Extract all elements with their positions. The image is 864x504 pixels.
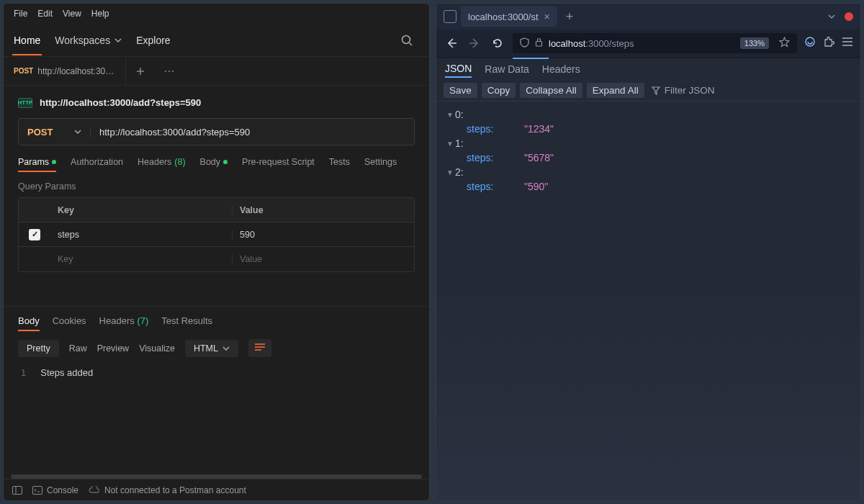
response-view-row: Pretty Raw Preview Visualize HTML	[18, 330, 415, 364]
nav-explore[interactable]: Explore	[136, 35, 170, 46]
json-node[interactable]: ▼2:	[446, 165, 850, 179]
wrap-lines-button[interactable]	[248, 339, 271, 357]
postman-statusbar: Console Not connected to a Postman accou…	[4, 479, 429, 500]
json-body[interactable]: ▼0: steps:"1234" ▼1: steps:"5678" ▼2: st…	[436, 102, 860, 500]
param-key-input[interactable]: steps	[50, 230, 233, 240]
param-key-placeholder[interactable]: Key	[50, 254, 233, 264]
tab-prerequest[interactable]: Pre-request Script	[242, 157, 315, 167]
json-collapse-button[interactable]: Collapse All	[520, 83, 582, 98]
resp-tab-cookies[interactable]: Cookies	[53, 315, 86, 326]
menu-view[interactable]: View	[58, 7, 86, 20]
new-tab-button[interactable]	[126, 67, 155, 76]
console-label: Console	[47, 485, 78, 495]
resp-tab-headers[interactable]: Headers (7)	[99, 315, 149, 326]
postman-tabbar: POST http://localhost:3000/ad	[4, 57, 429, 86]
window-close-button[interactable]	[845, 12, 853, 21]
query-params-heading: Query Params	[4, 171, 429, 197]
json-node[interactable]: ▼0:	[446, 107, 850, 122]
reload-button[interactable]	[490, 35, 505, 51]
resp-tab-headers-count: (7)	[137, 315, 148, 326]
url-input[interactable]: http://localhost:3000/add?steps=590	[91, 127, 414, 138]
view-pretty[interactable]: Pretty	[18, 340, 59, 357]
bookmark-button[interactable]	[779, 37, 790, 50]
browser-tab[interactable]: localhost:3000/st ×	[461, 6, 557, 27]
new-tab-button[interactable]: +	[562, 9, 578, 24]
json-value: "590"	[524, 181, 548, 192]
tab-body[interactable]: Body	[200, 157, 228, 167]
svg-rect-4	[13, 486, 22, 494]
dot-indicator-icon	[223, 160, 228, 164]
table-row-empty: Key Value	[19, 247, 414, 271]
sidebar-toggle-icon[interactable]	[444, 10, 456, 23]
json-expand-button[interactable]: Expand All	[587, 83, 644, 98]
param-value-input[interactable]: 590	[233, 230, 414, 240]
json-index: 2:	[455, 166, 464, 178]
lang-select[interactable]: HTML	[185, 340, 238, 357]
sidebar-toggle-icon[interactable]	[12, 486, 22, 495]
console-button[interactable]: Console	[32, 485, 78, 495]
lock-icon[interactable]	[535, 37, 543, 49]
json-filter[interactable]: Filter JSON	[652, 85, 715, 96]
tab-params[interactable]: Params	[18, 157, 56, 167]
forward-button[interactable]	[467, 35, 482, 51]
json-save-button[interactable]: Save	[444, 83, 477, 98]
view-visualize[interactable]: Visualize	[139, 343, 175, 354]
viewer-tab-headers[interactable]: Headers	[542, 63, 580, 75]
url-bar[interactable]: localhost:3000/steps 133%	[513, 33, 797, 53]
more-icon	[164, 70, 174, 73]
plus-icon	[136, 67, 145, 76]
viewer-tab-raw[interactable]: Raw Data	[485, 63, 528, 75]
url-host: localhost	[549, 38, 585, 49]
nav-home[interactable]: Home	[14, 35, 40, 46]
menu-help[interactable]: Help	[87, 7, 114, 20]
tab-headers[interactable]: Headers (8)	[138, 157, 186, 167]
menu-file[interactable]: File	[9, 7, 32, 20]
request-name[interactable]: http://localhost:3000/add?steps=590	[40, 97, 201, 108]
viewer-tab-json[interactable]: JSON	[445, 63, 472, 78]
json-property[interactable]: steps:"5678"	[446, 150, 850, 165]
url-text: localhost:3000/steps	[549, 38, 634, 49]
row-checkbox[interactable]: ✓	[29, 229, 40, 240]
view-preview[interactable]: Preview	[97, 343, 129, 354]
resp-tab-tests[interactable]: Test Results	[161, 315, 212, 326]
method-select[interactable]: POST	[19, 127, 91, 138]
json-property[interactable]: steps:"590"	[446, 179, 850, 194]
response-tabs: Body Cookies Headers (7) Test Results	[18, 307, 415, 330]
shield-icon[interactable]	[520, 37, 529, 50]
chevron-down-icon	[222, 345, 230, 352]
close-tab-button[interactable]: ×	[544, 11, 550, 22]
star-icon	[779, 37, 790, 48]
tab-options-button[interactable]	[155, 70, 184, 73]
table-header-row: Key Value	[19, 198, 414, 222]
caret-down-icon: ▼	[446, 168, 454, 176]
svg-rect-7	[536, 42, 542, 47]
json-property[interactable]: steps:"1234"	[446, 122, 850, 136]
dot-indicator-icon	[52, 160, 56, 164]
response-body[interactable]: 1 Steps added	[18, 364, 415, 381]
account-status[interactable]: Not connected to a Postman account	[89, 485, 246, 495]
nav-workspaces[interactable]: Workspaces	[55, 35, 122, 46]
window-controls	[827, 12, 853, 21]
search-button[interactable]	[400, 34, 413, 47]
extensions-shield-icon[interactable]	[804, 36, 816, 50]
param-value-placeholder[interactable]: Value	[233, 254, 414, 264]
back-button[interactable]	[444, 35, 459, 51]
url-port: :3000	[585, 38, 609, 49]
chevron-down-icon[interactable]	[827, 12, 836, 21]
json-index: 0:	[455, 109, 464, 120]
menu-edit[interactable]: Edit	[33, 7, 57, 20]
json-node[interactable]: ▼1:	[446, 136, 850, 150]
view-raw[interactable]: Raw	[69, 343, 87, 354]
zoom-badge[interactable]: 133%	[740, 37, 769, 49]
json-copy-button[interactable]: Copy	[482, 83, 516, 98]
request-tab[interactable]: POST http://localhost:3000/ad	[4, 57, 126, 85]
svg-point-2	[168, 71, 170, 72]
query-params-table: Key Value ✓ steps 590 Key Value	[18, 197, 415, 272]
tab-tests[interactable]: Tests	[329, 157, 350, 167]
tab-settings[interactable]: Settings	[364, 157, 397, 167]
tab-authorization[interactable]: Authorization	[71, 157, 123, 167]
extensions-button[interactable]	[823, 36, 834, 50]
resp-tab-body[interactable]: Body	[18, 315, 40, 326]
json-filter-placeholder: Filter JSON	[665, 85, 715, 96]
app-menu-button[interactable]	[842, 37, 853, 50]
